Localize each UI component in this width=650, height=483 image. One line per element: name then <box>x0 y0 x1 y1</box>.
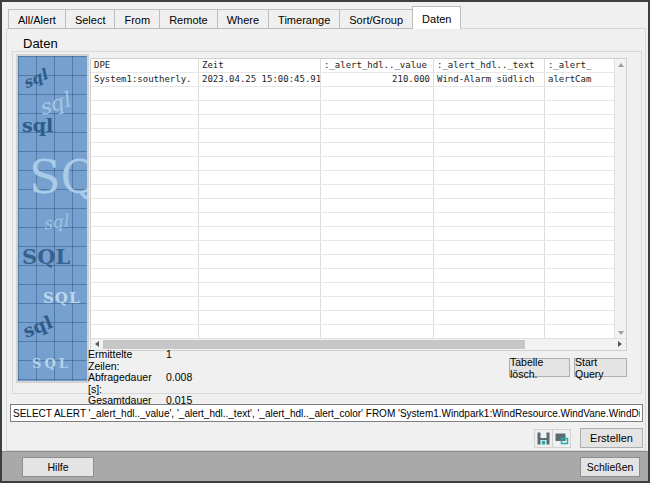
empty-cell <box>434 241 545 254</box>
create-button[interactable]: Erstellen <box>580 428 643 448</box>
empty-cell <box>199 143 321 156</box>
empty-cell <box>199 87 321 100</box>
empty-cell <box>91 255 199 268</box>
empty-cell <box>545 129 614 142</box>
empty-cell <box>434 199 545 212</box>
table-row-empty <box>91 283 614 297</box>
empty-cell <box>434 171 545 184</box>
empty-cell <box>91 227 199 240</box>
empty-cell <box>91 101 199 114</box>
floppy-save-icon <box>536 431 551 446</box>
empty-cell <box>545 185 614 198</box>
table-row-empty <box>91 325 614 339</box>
empty-cell <box>545 227 614 240</box>
empty-cell <box>321 171 434 184</box>
cell-alert: alertCam <box>545 73 614 86</box>
empty-cell <box>199 129 321 142</box>
column-header-zeit[interactable]: Zeit <box>199 59 321 72</box>
empty-cell <box>321 157 434 170</box>
table-row-empty <box>91 227 614 241</box>
empty-cell <box>434 185 545 198</box>
tab-bar: All/Alert Select From Remote Where Timer… <box>8 6 460 29</box>
empty-cell <box>545 283 614 296</box>
empty-cell <box>199 269 321 282</box>
empty-cell <box>434 325 545 338</box>
close-button[interactable]: Schließen <box>580 457 640 477</box>
column-header-value[interactable]: :_alert_hdl.._value <box>321 59 434 72</box>
vertical-scrollbar[interactable] <box>614 59 626 339</box>
empty-cell <box>321 311 434 324</box>
scroll-left-icon[interactable] <box>95 341 99 347</box>
table-row[interactable]: System1:southerly. 2023.04.25 15:00:45.9… <box>91 73 614 87</box>
help-button[interactable]: Hilfe <box>22 457 94 477</box>
empty-cell <box>199 213 321 226</box>
scroll-right-icon[interactable] <box>618 341 622 347</box>
empty-cell <box>545 325 614 338</box>
empty-cell <box>91 87 199 100</box>
load-query-button[interactable] <box>552 429 571 448</box>
column-header-alert[interactable]: :_alert_ <box>545 59 614 72</box>
clear-table-button[interactable]: Tabelle lösch. <box>509 358 570 377</box>
empty-cell <box>545 171 614 184</box>
empty-cell <box>434 269 545 282</box>
table-row-empty <box>91 213 614 227</box>
scroll-down-icon[interactable] <box>618 331 624 335</box>
empty-cell <box>545 199 614 212</box>
tab-sort-group[interactable]: Sort/Group <box>339 9 413 29</box>
table-header-row: DPE Zeit :_alert_hdl.._value :_alert_hdl… <box>91 59 614 73</box>
tab-from[interactable]: From <box>114 9 160 29</box>
tab-where[interactable]: Where <box>217 9 269 29</box>
empty-cell <box>91 325 199 338</box>
start-query-button[interactable]: Start Query <box>574 358 627 377</box>
table-row-empty <box>91 255 614 269</box>
empty-cell <box>545 297 614 310</box>
tab-select[interactable]: Select <box>65 9 116 29</box>
empty-cell <box>434 87 545 100</box>
empty-cell <box>321 283 434 296</box>
sql-query-input[interactable] <box>10 404 643 422</box>
table-body: DPE Zeit :_alert_hdl.._value :_alert_hdl… <box>91 59 614 339</box>
table-row-empty <box>91 157 614 171</box>
empty-cell <box>91 269 199 282</box>
tab-daten[interactable]: Daten <box>412 6 461 29</box>
empty-cell <box>434 311 545 324</box>
column-header-text[interactable]: :_alert_hdl.._text <box>434 59 545 72</box>
sql-word: sql <box>22 116 53 135</box>
table-load-icon <box>554 431 569 446</box>
bottom-bar: Hilfe Schließen <box>2 451 648 481</box>
empty-cell <box>321 213 434 226</box>
cell-zeit: 2023.04.25 15:00:45.913 <box>199 73 321 86</box>
empty-cell <box>545 143 614 156</box>
empty-cell <box>199 311 321 324</box>
empty-cell <box>545 255 614 268</box>
empty-cell <box>321 101 434 114</box>
empty-cell <box>545 269 614 282</box>
empty-cell <box>321 185 434 198</box>
empty-cell <box>321 199 434 212</box>
save-query-button[interactable] <box>534 429 553 448</box>
tab-panel-daten: Daten sql sql sql SQL sql SQL SQL sql SQ… <box>6 28 646 451</box>
empty-cell <box>434 129 545 142</box>
rows-found-value: 1 <box>166 349 172 372</box>
empty-cell <box>321 269 434 282</box>
tab-remote[interactable]: Remote <box>159 9 218 29</box>
empty-cell <box>199 227 321 240</box>
empty-cell <box>434 143 545 156</box>
scroll-up-icon[interactable] <box>618 63 624 67</box>
empty-cell <box>321 325 434 338</box>
table-row-empty <box>91 101 614 115</box>
tab-all-alert[interactable]: All/Alert <box>8 9 66 29</box>
empty-cell <box>434 157 545 170</box>
empty-cell <box>321 143 434 156</box>
column-header-dpe[interactable]: DPE <box>91 59 199 72</box>
sql-word: sql <box>21 313 55 341</box>
query-duration-value: 0.008 <box>166 372 192 395</box>
empty-cell <box>545 213 614 226</box>
result-table: DPE Zeit :_alert_hdl.._value :_alert_hdl… <box>90 58 627 351</box>
tab-timerange[interactable]: Timerange <box>268 9 340 29</box>
table-row-empty <box>91 185 614 199</box>
empty-cell <box>91 171 199 184</box>
sql-word: sql <box>21 67 50 91</box>
empty-cell <box>321 227 434 240</box>
empty-cell <box>91 241 199 254</box>
